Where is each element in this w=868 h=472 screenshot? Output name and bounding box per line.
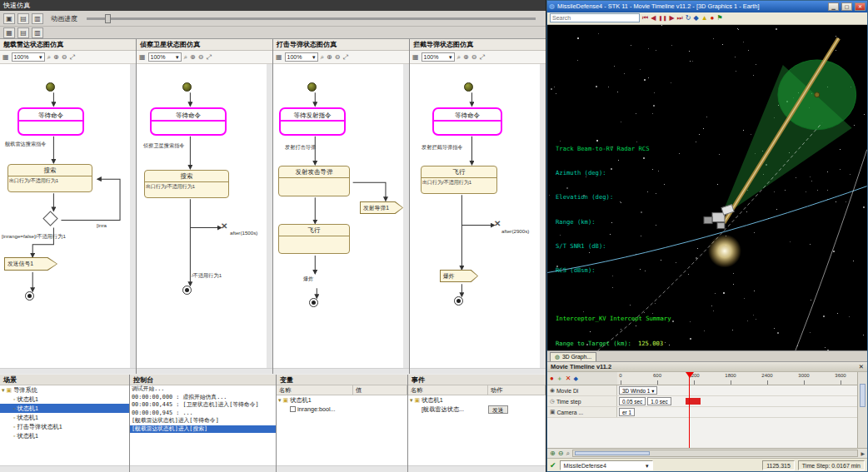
initial-node[interactable]: [46, 82, 55, 92]
diagram-canvas[interactable]: 等待命令 舰载雷达搜索指令 搜索 出口行为/不适用行为1 [inra [inra…: [0, 64, 136, 368]
magnifier-icon[interactable]: ⌕: [184, 53, 187, 62]
h-scrollbar[interactable]: [277, 465, 407, 472]
fit-icon[interactable]: ⤢: [206, 53, 211, 62]
diagram-canvas[interactable]: 等待发射指令 发射打击导弹 发射攻击导弹 发射导弹1 飞行 爆炸: [273, 64, 409, 368]
grid-icon[interactable]: ▦: [3, 27, 15, 38]
timeline-h-scrollbar[interactable]: [572, 450, 858, 457]
zoom-out-icon[interactable]: ⊖: [471, 53, 477, 61]
playhead-line[interactable]: [689, 372, 690, 448]
timeline-row-timestep[interactable]: ◷ Time step 0.05 sec 1.0 sec: [547, 396, 857, 407]
caret-icon[interactable]: ▾: [2, 387, 5, 394]
h-scrollbar[interactable]: [410, 368, 546, 374]
timeline-v-scrollbar[interactable]: [857, 372, 867, 448]
console-log[interactable]: 调试开始... 00:00:00,000 : 虚拟开始仿真... 00:00:0…: [130, 385, 276, 465]
zoom-select[interactable]: 100%▾: [148, 52, 182, 62]
timeline-ruler[interactable]: 0 600 1200 1800 2400 3000 3600: [617, 372, 857, 385]
clock-icon[interactable]: ◷: [550, 398, 555, 405]
fit-icon[interactable]: ⤢: [69, 53, 74, 62]
layout-icon[interactable]: ▣: [3, 13, 15, 24]
state-search[interactable]: 搜索 出口行为/不适用行为1: [144, 170, 229, 198]
camera-icon[interactable]: ▣: [550, 409, 555, 415]
initial-node[interactable]: [182, 82, 192, 92]
tree-item-selected[interactable]: ▫状态机1: [0, 404, 129, 413]
scenario-select[interactable]: MissileDefense4▾: [560, 460, 653, 470]
state-wait-command[interactable]: 等待命令: [150, 107, 227, 136]
loop-icon[interactable]: ↻: [686, 14, 691, 22]
initial-node[interactable]: [307, 82, 317, 92]
eye-icon[interactable]: ◉: [550, 387, 555, 394]
zoom-out-icon[interactable]: ⊖: [198, 53, 204, 61]
final-node[interactable]: [182, 286, 192, 295]
diagram-canvas[interactable]: 等待命令 发射拦截导弹指令 飞行 出口行为/不适用行为1 ✕ after(290…: [410, 64, 546, 368]
flow-final-node[interactable]: ✕: [494, 220, 501, 228]
final-node[interactable]: [309, 298, 318, 307]
movie-window-select[interactable]: 3D Windo 1 ▾: [619, 386, 657, 395]
close-button[interactable]: ✕: [855, 2, 866, 11]
h-scrollbar[interactable]: [130, 465, 276, 472]
flow-final-node[interactable]: ✕: [221, 222, 227, 231]
scroll-thumb[interactable]: [575, 451, 650, 455]
search-input[interactable]: [550, 13, 640, 22]
bool-checkbox[interactable]: [290, 406, 296, 412]
timeline-row-camera[interactable]: ▣ Camera ... er 1: [547, 407, 857, 418]
col-value[interactable]: 值: [353, 385, 407, 395]
tree-item[interactable]: ▫状态机1: [0, 413, 129, 422]
h-scrollbar[interactable]: [137, 368, 272, 374]
zoom-select[interactable]: 100%▾: [285, 52, 318, 62]
diagram-canvas[interactable]: 等待命令 侦察卫星搜索指令 搜索 出口行为/不适用行为1 ✕ after(150…: [137, 64, 272, 368]
grid-icon[interactable]: ▦: [276, 53, 282, 61]
list2-icon[interactable]: ▤: [17, 27, 29, 38]
3d-graphics-view[interactable]: Track Beam-to-RV Radar RCS Azimuth (deg)…: [547, 25, 867, 350]
console-line-selected[interactable]: [舰载雷达状态机]进入[搜索]: [130, 425, 276, 434]
event-row[interactable]: [舰载雷达状态... 发送: [408, 405, 546, 414]
keyframe-icon[interactable]: ◆: [574, 375, 578, 382]
timestep-value-2[interactable]: 1.0 sec: [647, 397, 671, 405]
state-search[interactable]: 搜索 出口行为/不适用行为1: [7, 164, 92, 192]
event-group[interactable]: ▾ ▣ 状态机1: [408, 395, 546, 405]
h-scrollbar[interactable]: [273, 368, 409, 374]
state-flight[interactable]: 飞行 出口行为/不适用行为1: [421, 166, 497, 194]
save2-icon[interactable]: ▥: [32, 27, 43, 38]
zoom-out-icon[interactable]: ⊖: [335, 53, 341, 61]
zoom-select[interactable]: 100%▾: [12, 52, 45, 62]
send-signal-node[interactable]: 爆炸: [440, 270, 478, 282]
playhead-marker[interactable]: [686, 372, 694, 378]
zoom-out-icon[interactable]: ⊖: [62, 53, 67, 61]
zoom-in-icon[interactable]: ⊕: [327, 53, 332, 61]
col-name[interactable]: 名称: [408, 385, 488, 395]
keyframe-icon[interactable]: ◆: [693, 14, 698, 22]
state-wait-command[interactable]: 等待命令: [432, 107, 502, 136]
final-node[interactable]: [25, 291, 34, 301]
grid-icon[interactable]: ▦: [2, 53, 9, 61]
maximize-button[interactable]: ▢: [841, 2, 852, 11]
state-wait-command[interactable]: 等待命令: [17, 107, 84, 136]
h-scrollbar[interactable]: [408, 465, 546, 472]
zoom-in-icon[interactable]: ⊕: [550, 450, 556, 458]
variable-row[interactable]: inrange:bool...: [277, 405, 407, 414]
step-back-icon[interactable]: ◀: [651, 14, 656, 22]
magnifier-icon[interactable]: ⌕: [457, 53, 461, 62]
add-icon[interactable]: ＋: [556, 374, 563, 383]
tree-item[interactable]: ▫状态机1: [0, 395, 129, 404]
state-launch-attack[interactable]: 发射攻击导弹: [278, 166, 350, 196]
slider-thumb[interactable]: [105, 14, 111, 23]
timeline-row-movie[interactable]: ◉ Movie Di 3D Windo 1 ▾: [547, 385, 857, 396]
state-flight[interactable]: 飞行: [278, 224, 350, 254]
timeline-close-icon[interactable]: ✕: [859, 362, 864, 371]
zoom-in-icon[interactable]: ⊕: [53, 53, 59, 61]
stk-title-bar[interactable]: ◍ MissileDefense4 - STK 11 - Movie Timel…: [547, 1, 867, 12]
animation-progress-slider[interactable]: [87, 17, 536, 20]
pause-icon[interactable]: ❚❚: [658, 14, 666, 22]
h-scrollbar[interactable]: [0, 465, 129, 472]
zoom-out-icon[interactable]: ⊖: [558, 450, 564, 458]
fit-icon[interactable]: ⤢: [342, 53, 347, 62]
send-event-button[interactable]: 发送: [488, 405, 508, 414]
scroll-right-icon[interactable]: ▶: [861, 450, 865, 458]
timeline-panel-title[interactable]: Movie Timeline v11.2 ✕: [547, 361, 867, 371]
state-wait-launch[interactable]: 等待发射指令: [279, 107, 346, 136]
tree-root[interactable]: ▾ ▣ 导弹系统: [0, 385, 129, 395]
record-icon[interactable]: ●: [550, 375, 554, 382]
warning-icon[interactable]: ▲: [701, 14, 708, 22]
col-name[interactable]: 名称: [277, 385, 353, 395]
fit-icon[interactable]: ⤢: [479, 53, 484, 62]
